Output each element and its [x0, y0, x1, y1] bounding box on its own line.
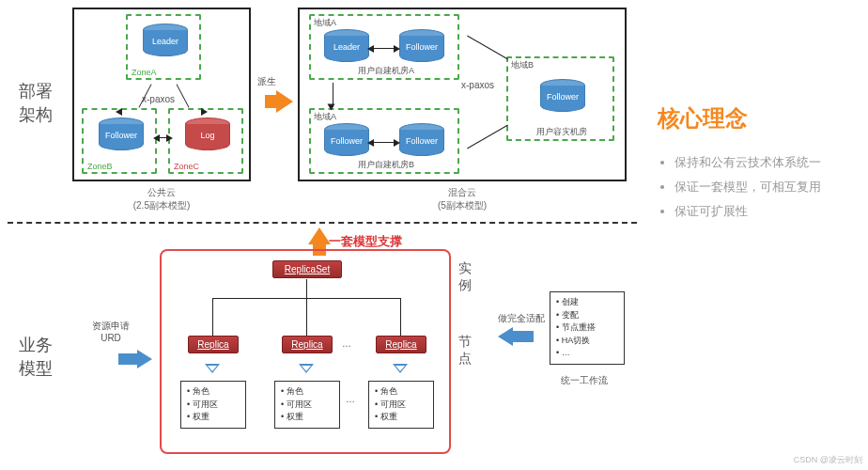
arrowhead: [367, 139, 374, 147]
leader-cylinder: Leader: [143, 24, 188, 61]
region-label: 地域A: [314, 111, 336, 123]
follower-cylinder: Follower: [540, 79, 585, 117]
arrowhead: [328, 104, 335, 111]
public-cloud-caption: 公共云(2.5副本模型): [72, 186, 251, 212]
connector: [306, 279, 307, 298]
derive-arrow: [276, 90, 293, 113]
workflow-caption: 统一工作流: [561, 374, 608, 387]
connector: [212, 298, 213, 336]
arrowhead: [394, 45, 400, 53]
regionB: 地域B Follower 用户容灾机房: [506, 56, 614, 141]
region-label: 地域A: [314, 17, 336, 29]
zoneB: Follower ZoneB: [82, 108, 157, 174]
replica-attr-box: • 角色 • 可用区 • 权重: [180, 381, 246, 429]
full-adapt-text: 做完全适配: [498, 312, 545, 325]
replica-attr-box: • 角色 • 可用区 • 权重: [274, 381, 340, 429]
zoneC: Log ZoneC: [168, 108, 243, 174]
full-adapt-arrow: [498, 327, 513, 346]
arrowhead: [153, 134, 160, 142]
connector: [467, 125, 508, 149]
concept-bullet: 保证一套模型，可相互复用: [674, 175, 860, 199]
resource-req-text: 资源申请URD: [92, 320, 130, 343]
leader-cylinder: Leader: [324, 29, 369, 67]
xpaxos-text: x-paxos: [142, 94, 175, 104]
regionA-top: 地域A Leader Follower 用户自建机房A: [309, 14, 459, 80]
public-cloud-box: Leader ZoneA Follower ZoneB Log ZoneC x-…: [72, 8, 251, 181]
connector: [400, 298, 401, 336]
hybrid-cloud-box: 地域A Leader Follower 用户自建机房A 地域A Follower…: [298, 8, 627, 181]
replica-attr-box: • 角色 • 可用区 • 权重: [368, 381, 434, 429]
dc-label: 用户自建机房B: [358, 159, 414, 171]
arrowhead: [201, 108, 208, 116]
arrowhead: [367, 45, 374, 53]
ellipsis: …: [342, 338, 351, 349]
arrowhead: [394, 139, 400, 147]
zone-label: ZoneA: [132, 68, 157, 77]
biz-model-label: 业务模型: [19, 334, 53, 381]
down-arrow-icon: [205, 364, 220, 373]
watermark: CSDN @凌云时刻: [794, 454, 862, 466]
follower-cylinder: Follower: [399, 123, 444, 161]
red-container: ReplicaSet Replica Replica … Replica • 角…: [160, 249, 451, 454]
node-label: 节点: [458, 334, 472, 368]
replica-node: Replica: [188, 336, 239, 353]
zone-label: ZoneB: [87, 162, 113, 171]
regionA-bot: 地域A Follower Follower 用户自建机房B: [309, 108, 459, 174]
log-cylinder: Log: [185, 118, 230, 155]
concept-bullet: 保持和公有云技术体系统一: [674, 150, 860, 175]
core-concept-panel: 核心理念 保持和公有云技术体系统一 保证一套模型，可相互复用 保证可扩展性: [658, 103, 860, 224]
connector: [176, 84, 189, 107]
dc-label: 用户容灾机房: [536, 126, 587, 138]
follower-cylinder: Follower: [324, 123, 369, 161]
follower-cylinder: Follower: [399, 29, 444, 67]
arrowhead: [116, 108, 122, 116]
replicaset-node: ReplicaSet: [272, 260, 342, 278]
connector: [373, 48, 395, 49]
ellipsis: …: [346, 394, 355, 404]
replica-node: Replica: [376, 336, 426, 353]
zoneA: Leader ZoneA: [126, 14, 201, 80]
instance-label: 实例: [458, 260, 472, 294]
derive-text: 派生: [257, 75, 276, 88]
region-label: 地域B: [511, 59, 534, 71]
connector: [306, 298, 307, 336]
deploy-arch-label: 部署架构: [19, 80, 53, 127]
concept-bullet: 保证可扩展性: [674, 199, 860, 224]
business-model-section: ReplicaSet Replica Replica … Replica • 角…: [160, 240, 460, 456]
deployment-section: Leader ZoneA Follower ZoneB Log ZoneC x-…: [72, 8, 636, 219]
replica-node: Replica: [282, 336, 333, 353]
down-arrow-icon: [299, 364, 314, 373]
connector: [467, 36, 508, 60]
hybrid-cloud-caption: 混合云(5副本模型): [298, 186, 627, 212]
arrowhead: [166, 134, 173, 142]
resource-req-arrow: [137, 350, 152, 368]
connector: [373, 142, 395, 143]
down-arrow-icon: [393, 364, 408, 373]
follower-cylinder: Follower: [99, 118, 144, 155]
workflow-box: • 创建 • 变配 • 节点重搭 • HA切换 • …: [550, 291, 625, 365]
section-divider: [8, 222, 637, 224]
xpaxos-text: x-paxos: [461, 80, 494, 90]
zone-label: ZoneC: [174, 162, 199, 171]
dc-label: 用户自建机房A: [358, 65, 414, 77]
core-concept-title: 核心理念: [658, 103, 860, 133]
